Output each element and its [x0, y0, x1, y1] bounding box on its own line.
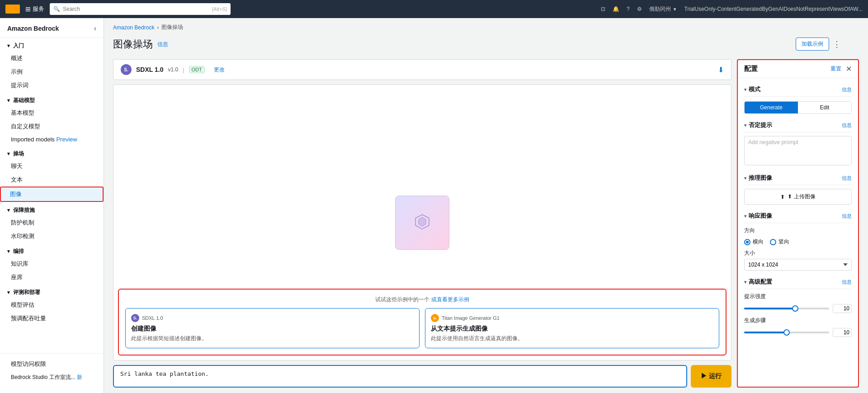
- nav-search-box: 🔍 [Alt+S]: [50, 3, 231, 15]
- generation-steps-thumb[interactable]: [783, 329, 790, 336]
- prompt-strength-thumb[interactable]: [792, 305, 798, 312]
- config-mode-header[interactable]: ▾ 模式 信息: [744, 83, 852, 97]
- negative-info-link[interactable]: 信息: [842, 122, 852, 129]
- sidebar-item-custom-models[interactable]: 自定义模型: [0, 120, 104, 133]
- page-info-link[interactable]: 信息: [157, 41, 168, 48]
- advanced-label: 高级配置: [749, 278, 772, 286]
- sidebar-item-bedrock-studio[interactable]: Bedrock Studio 工作室流... 新: [0, 371, 104, 384]
- sidebar-item-chat[interactable]: 聊天: [0, 159, 104, 173]
- app-layout: Amazon Bedrock ‹ ▾ 入门 概述 示例 提示词 ▾ 基础模型 基…: [0, 18, 868, 393]
- radio-landscape[interactable]: 横向: [744, 238, 764, 246]
- mode-generate-button[interactable]: Generate: [745, 102, 798, 113]
- sidebar-item-agents[interactable]: 座席: [0, 271, 104, 284]
- config-section-reference: ▾ 推理图像 信息 ⬆ ⬆ 上传图像: [744, 171, 852, 205]
- prompt-strength-label: 提示强度: [744, 293, 852, 300]
- config-section-advanced: ▾ 高级配置 信息 提示强度 10: [744, 275, 852, 337]
- settings-icon[interactable]: ⚙: [637, 6, 642, 12]
- config-reference-header[interactable]: ▾ 推理图像 信息: [744, 171, 852, 185]
- sidebar-section-foundation: ▾ 基础模型: [0, 92, 104, 106]
- sidebar-item-model-eval[interactable]: 模型评估: [0, 298, 104, 312]
- mode-edit-button[interactable]: Edit: [798, 102, 851, 113]
- generation-steps-track[interactable]: [744, 332, 829, 333]
- card-0-logo: S.: [131, 314, 139, 322]
- response-info-link[interactable]: 信息: [842, 213, 852, 220]
- generation-steps-fill: [744, 332, 787, 333]
- sidebar-section-orchestration: ▾ 编排: [0, 243, 104, 257]
- config-header: 配置 重置 ✕: [738, 60, 858, 78]
- radio-portrait[interactable]: 竖向: [770, 238, 789, 246]
- model-download-icon[interactable]: ⬇: [718, 66, 724, 74]
- more-examples-link[interactable]: 或直看更多示例: [431, 296, 469, 303]
- sidebar-item-image[interactable]: 图像: [0, 187, 104, 202]
- reference-arrow: ▾: [744, 175, 747, 181]
- example-card-1[interactable]: a. Titan Image Generator G1 从文本提示生成图像 此提…: [425, 308, 719, 348]
- sidebar-item-imported-models[interactable]: Imported models Preview: [0, 133, 104, 145]
- reference-info-link[interactable]: 信息: [842, 175, 852, 182]
- config-close-button[interactable]: ✕: [846, 65, 852, 73]
- sidebar-item-overview[interactable]: 概述: [0, 51, 104, 65]
- config-response-header[interactable]: ▾ 响应图像 信息: [744, 209, 852, 223]
- sidebar-item-examples[interactable]: 示例: [0, 65, 104, 79]
- config-reset-link[interactable]: 重置: [830, 65, 841, 73]
- prompt-strength-slider-row: 10: [744, 304, 852, 313]
- sidebar-item-text[interactable]: 文本: [0, 173, 104, 187]
- sidebar-item-knowledge-base[interactable]: 知识库: [0, 257, 104, 271]
- card-0-header: S. SDXL 1.0: [131, 314, 414, 322]
- sidebar-item-provisioned[interactable]: 预调配吞吐量: [0, 312, 104, 325]
- card-0-title: 创建图像: [131, 325, 414, 333]
- mode-toggle: Generate Edit: [744, 101, 852, 114]
- sidebar-item-prompts[interactable]: 提示词: [0, 79, 104, 92]
- card-0-desc: 此提示根据简短描述创建图像。: [131, 335, 414, 342]
- card-1-desc: 此提示使用自然语言生成逼真的图像。: [431, 335, 713, 342]
- negative-arrow: ▾: [744, 122, 747, 128]
- model-version: v1.0: [168, 66, 178, 73]
- config-panel: 配置 重置 ✕ ▾ 模式 信息: [737, 59, 859, 388]
- prompt-strength-value[interactable]: 10: [833, 304, 852, 313]
- breadcrumb-parent[interactable]: Amazon Bedrock: [113, 24, 154, 31]
- bell-icon[interactable]: 🔔: [613, 6, 619, 12]
- sidebar-section-eval: ▾ 评测和部署: [0, 284, 104, 298]
- mode-info-link[interactable]: 信息: [842, 86, 852, 93]
- nav-services[interactable]: ⊞ 服务: [25, 5, 44, 13]
- response-arrow: ▾: [744, 213, 747, 219]
- prompt-strength-track[interactable]: [744, 308, 829, 309]
- advanced-info-link[interactable]: 信息: [842, 279, 852, 285]
- sidebar-collapse-icon[interactable]: ‹: [94, 24, 96, 33]
- svg-text:aws: aws: [10, 8, 16, 11]
- prompt-input[interactable]: Sri lanka tea plantation.: [113, 365, 687, 388]
- model-change-link[interactable]: 更改: [214, 66, 225, 74]
- help-icon[interactable]: ?: [627, 6, 630, 12]
- sidebar-item-base-models[interactable]: 基本模型: [0, 106, 104, 120]
- kebab-menu-button[interactable]: ⋮: [833, 39, 841, 49]
- run-button[interactable]: ▶ 运行: [691, 365, 731, 388]
- breadcrumb: Amazon Bedrock › 图像操场: [113, 23, 859, 31]
- upload-image-button[interactable]: ⬆ ⬆ 上传图像: [744, 189, 852, 205]
- model-bar: S. SDXL 1.0 v1.0 | ODT 更改 ⬇: [113, 59, 731, 80]
- grid-icon[interactable]: ⊡: [601, 6, 605, 12]
- generation-steps-slider-row: 10: [744, 328, 852, 337]
- prompt-strength-fill: [744, 308, 795, 309]
- search-input[interactable]: [63, 6, 209, 12]
- nav-user[interactable]: 俄勒冈州 ▼: [649, 5, 677, 13]
- canvas-area: 试试这些示例中的一个 或直看更多示例 S. SDXL 1.0 创建图像: [113, 84, 731, 360]
- load-example-button[interactable]: 加载示例: [796, 37, 829, 51]
- generation-steps-value[interactable]: 10: [833, 328, 852, 337]
- canvas-placeholder: [395, 196, 449, 250]
- negative-prompt-textarea[interactable]: [744, 136, 852, 165]
- sidebar-section-intro: ▾ 入门: [0, 37, 104, 51]
- config-negative-header[interactable]: ▾ 否定提示 信息: [744, 118, 852, 132]
- card-1-header: a. Titan Image Generator G1: [431, 314, 713, 322]
- sidebar-item-watermark[interactable]: 水印检测: [0, 229, 104, 243]
- orientation-label: 方向: [744, 227, 852, 234]
- preview-link[interactable]: Preview: [56, 136, 77, 143]
- model-tag: ODT: [189, 66, 205, 73]
- sidebar-item-model-access[interactable]: 模型访问权限: [0, 357, 104, 371]
- sidebar-item-guardrails[interactable]: 防护机制: [0, 216, 104, 229]
- config-advanced-header[interactable]: ▾ 高级配置 信息: [744, 275, 852, 289]
- reference-label: 推理图像: [749, 174, 772, 182]
- page-header: Amazon Bedrock › 图像操场: [104, 18, 868, 33]
- size-select[interactable]: 1024 x 1024512 x 512768 x 768: [744, 259, 852, 271]
- mode-label: 模式: [749, 85, 760, 94]
- example-card-0[interactable]: S. SDXL 1.0 创建图像 此提示根据简短描述创建图像。: [125, 308, 420, 348]
- generation-steps-label: 生成步骤: [744, 317, 852, 324]
